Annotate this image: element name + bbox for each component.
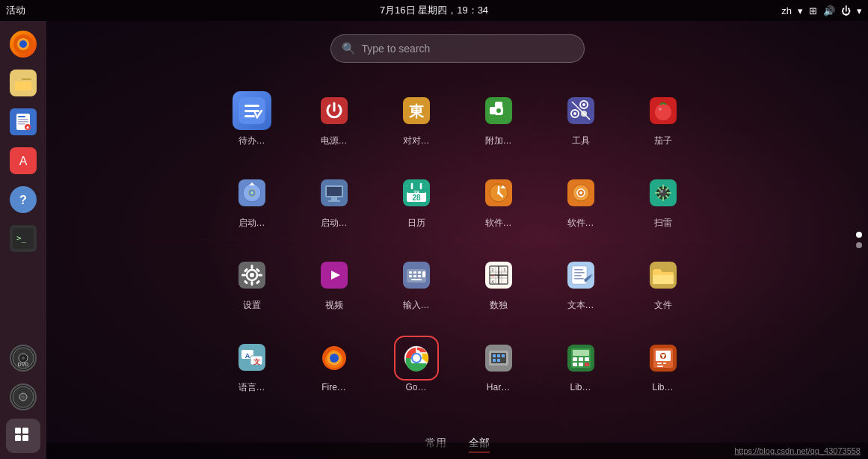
app-calc[interactable]: Lib… [540,324,622,407]
svg-text:A: A [19,155,28,167]
svg-rect-168 [493,359,496,362]
sidebar-item-appstore[interactable]: A [6,144,40,178]
firefox-icon [315,339,354,378]
sidebar-item-firefox[interactable] [6,27,40,61]
svg-rect-8 [18,121,28,123]
svg-rect-27 [22,428,28,434]
language-icon: A 文 [233,338,271,377]
app-startup-disk[interactable]: 启动… [211,160,293,242]
app-keyboard[interactable]: 输入… [375,242,458,324]
sidebar-item-dvd[interactable]: DVD [6,341,40,375]
power-label: 电源… [321,135,348,147]
svg-rect-173 [573,357,577,361]
addon-icon [479,91,518,130]
app-sudoku[interactable]: 2 1 6 4 4 数独 [458,242,540,324]
svg-rect-114 [409,275,412,277]
text-editor-label: 文本… [567,299,594,312]
app-mines[interactable]: 扫雷 [622,160,704,242]
svg-rect-46 [244,110,259,112]
svg-rect-73 [328,200,340,202]
network-icon[interactable]: ⊞ [809,5,817,16]
svg-point-2 [19,40,27,48]
sidebar-item-files[interactable] [6,66,40,100]
app-software-updater[interactable]: 软件… [458,160,540,242]
svg-rect-115 [413,275,416,277]
status-url[interactable]: https://blog.csdn.net/qq_43073558 [734,446,861,455]
app-video[interactable]: 视频 [293,242,375,324]
app-input[interactable]: 東 对对… [375,78,458,160]
svg-rect-167 [502,354,505,357]
text-editor-icon [561,256,600,295]
svg-rect-6 [18,116,25,117]
app-todo[interactable]: 待办… [211,78,293,160]
svg-rect-175 [585,357,589,361]
svg-rect-172 [573,350,589,356]
svg-rect-12 [27,127,29,129]
sidebar-bottom: DVD [6,341,40,453]
startup-icon [315,173,354,212]
tomato-icon [644,91,683,130]
svg-rect-184 [657,363,662,364]
tomato-label: 茄子 [654,135,672,147]
svg-rect-177 [579,363,583,366]
svg-rect-47 [244,115,255,117]
hardware-icon [479,339,518,378]
app-files[interactable]: 文件 [622,242,704,324]
settings-label: 设置 [243,299,261,312]
svg-rect-71 [327,187,342,196]
svg-point-57 [582,103,585,106]
sidebar-item-help[interactable]: ? [6,182,40,217]
svg-point-94 [659,189,667,197]
sudoku-icon: 2 1 6 4 4 [479,256,518,295]
app-startup[interactable]: 启动… [293,160,375,242]
app-calendar[interactable]: 28 28 日历 [375,160,458,242]
power-icon[interactable]: ⏻ [841,5,851,16]
top-bar-right: zh ▾ ⊞ 🔊 ⏻ ▾ [781,5,862,16]
svg-point-63 [655,104,671,120]
startup-label: 启动… [321,217,348,230]
mines-icon [644,173,683,212]
search-box[interactable]: 🔍 Type to search [330,34,585,63]
svg-rect-4 [15,81,31,90]
svg-text:DVD: DVD [18,362,29,367]
input-icon: 東 [397,91,436,130]
app-tools[interactable]: 工具 [540,78,622,160]
app-software[interactable]: 软件… [540,160,622,242]
svg-rect-165 [493,354,496,357]
status-bar: https://blog.csdn.net/qq_43073558 [46,443,868,459]
svg-point-98 [250,273,254,277]
app-hardware[interactable]: Har… [458,324,540,407]
app-settings[interactable]: 设置 [211,242,293,324]
app-firefox[interactable]: Fire… [293,324,375,407]
lang-indicator[interactable]: zh [781,5,792,16]
app-text-editor[interactable]: 文本… [540,242,622,324]
app-power[interactable]: 电源… [293,78,375,160]
svg-rect-102 [258,274,262,276]
sidebar-item-show-apps[interactable] [6,419,40,453]
svg-rect-118 [411,279,422,280]
svg-rect-101 [241,274,246,276]
svg-point-59 [573,112,576,115]
software-updater-icon [479,173,518,212]
app-tomato[interactable]: 茄子 [622,78,704,160]
software-updater-label: 软件… [485,217,512,230]
calendar-icon: 28 28 [397,173,436,212]
svg-rect-174 [579,357,583,361]
sidebar-item-writer[interactable] [6,105,40,139]
activities-button[interactable]: 活动 [6,4,25,17]
svg-rect-141 [574,269,583,271]
app-chrome[interactable]: Go… [375,324,458,407]
search-placeholder: Type to search [362,43,431,55]
sidebar-item-disk[interactable] [6,380,40,414]
datetime-label: 7月16日 星期四，19：34 [380,4,488,16]
sidebar-item-terminal[interactable]: >_ [6,221,40,256]
app-impress[interactable]: Lib… [622,324,704,407]
svg-point-154 [330,354,339,363]
language-label: 语言… [238,381,265,394]
app-addon[interactable]: 附加… [458,78,540,160]
app-language[interactable]: A 文 语言… [211,324,293,407]
chrome-icon [397,339,436,378]
chevron-down-icon[interactable]: ▾ [798,5,803,16]
volume-icon[interactable]: 🔊 [823,5,835,16]
system-chevron-icon[interactable]: ▾ [857,5,862,16]
